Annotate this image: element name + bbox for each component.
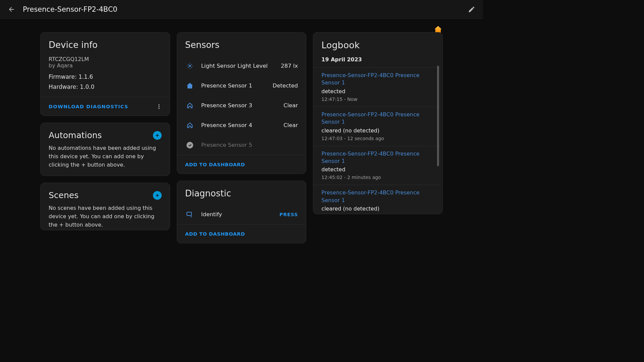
scenes-card: Scenes No scenes have been added using t… (40, 183, 170, 230)
firmware-version: Firmware: 1.1.6 (49, 73, 162, 80)
sensor-row[interactable]: Light Sensor Light Level287 lx (177, 56, 306, 76)
log-entry-state: cleared (no detected) (321, 127, 432, 134)
device-info-card: Device info RTCZCGQ12LM by Aqara Firmwar… (40, 32, 170, 116)
log-entry[interactable]: Presence-Sensor-FP2-4BC0 Presence Sensor… (313, 67, 440, 107)
svg-point-2 (158, 108, 159, 109)
log-entry-link[interactable]: Presence-Sensor-FP2-4BC0 Presence Sensor… (321, 72, 432, 87)
log-entry[interactable]: Presence-Sensor-FP2-4BC0 Presence Sensor… (313, 146, 440, 185)
sensor-row[interactable]: Presence Sensor 3Clear (177, 96, 306, 115)
check-circle-icon (185, 141, 195, 149)
log-entry-link[interactable]: Presence-Sensor-FP2-4BC0 Presence Sensor… (321, 111, 432, 126)
logbook-date: 19 April 2023 (313, 56, 440, 67)
log-entry-link[interactable]: Presence-Sensor-FP2-4BC0 Presence Sensor… (321, 150, 432, 165)
arrow-left-icon (8, 6, 15, 13)
scenes-title: Scenes (49, 190, 78, 200)
device-model: RTCZCGQ12LM (49, 56, 162, 62)
logbook-scroll[interactable]: 19 April 2023 Presence-Sensor-FP2-4BC0 P… (313, 56, 442, 214)
scroll-thumb[interactable] (437, 66, 439, 166)
device-manufacturer: by Aqara (49, 62, 162, 69)
download-diagnostics-button[interactable]: DOWNLOAD DIAGNOSTICS (49, 104, 128, 109)
device-info-title: Device info (49, 40, 162, 50)
automations-card: Automations No automations have been add… (40, 123, 170, 176)
diagnostic-identify-label: Identify (201, 211, 273, 218)
diagnostic-title: Diagnostic (185, 188, 298, 198)
home-solid-icon (185, 82, 195, 90)
edit-button[interactable] (464, 2, 479, 17)
svg-rect-4 (187, 212, 192, 216)
logbook-title: Logbook (321, 40, 434, 50)
svg-point-3 (186, 142, 193, 148)
device-info-menu-button[interactable] (152, 100, 166, 113)
sensor-label: Light Sensor Light Level (201, 63, 274, 69)
automations-empty-text: No automations have been added using thi… (49, 144, 162, 169)
svg-point-0 (158, 104, 159, 105)
logbook-scrollbar[interactable] (437, 66, 439, 213)
add-scene-button[interactable] (153, 191, 162, 200)
home-outline-icon (185, 102, 195, 110)
add-automation-button[interactable] (153, 131, 162, 140)
log-entry-time: 12:45:02 - 2 minutes ago (321, 175, 432, 180)
scenes-empty-text: No scenes have been added using this dev… (49, 204, 162, 229)
page-title: Presence-Sensor-FP2-4BC0 (23, 5, 117, 13)
diagnostic-card: Diagnostic Identify PRESS (177, 181, 307, 243)
identify-icon (186, 210, 194, 219)
diagnostic-add-dashboard-button[interactable]: ADD TO DASHBOARD (185, 231, 245, 237)
sensor-row[interactable]: Presence Sensor 4Clear (177, 115, 306, 135)
sensor-row[interactable]: Presence Sensor 5 (177, 135, 306, 155)
diagnostic-identify-row[interactable]: Identify PRESS (177, 204, 306, 224)
plus-icon (155, 133, 160, 138)
log-entry-time: 12:47:03 - 12 seconds ago (321, 136, 432, 141)
log-entry[interactable]: Presence-Sensor-FP2-4BC0 Presence Sensor… (313, 107, 440, 146)
hardware-version: Hardware: 1.0.0 (49, 83, 162, 90)
brightness-icon (185, 62, 195, 70)
sensor-value: Clear (283, 102, 298, 109)
sensors-add-dashboard-button[interactable]: ADD TO DASHBOARD (185, 162, 245, 167)
log-entry-link[interactable]: Presence-Sensor-FP2-4BC0 Presence Sensor… (321, 189, 432, 204)
log-entry-time: 12:47:15 - Now (321, 97, 432, 102)
sensors-card: Sensors Light Sensor Light Level287 lxPr… (177, 32, 307, 174)
identify-press-button[interactable]: PRESS (279, 212, 298, 217)
sensor-value: 287 lx (281, 63, 298, 69)
automations-title: Automations (49, 130, 102, 140)
pencil-icon (468, 6, 475, 13)
home-outline-icon (185, 121, 195, 129)
sensor-value: Detected (273, 82, 298, 89)
log-entry-state: detected (321, 166, 432, 173)
dots-vertical-icon (156, 104, 162, 110)
logbook-card: Logbook 19 April 2023 Presence-Sensor-FP… (313, 32, 443, 214)
plus-icon (155, 193, 160, 198)
sensor-label: Presence Sensor 1 (201, 82, 266, 89)
sensors-title: Sensors (185, 40, 298, 50)
log-entry-state: cleared (no detected) (321, 205, 432, 212)
back-button[interactable] (4, 2, 19, 17)
log-entry[interactable]: Presence-Sensor-FP2-4BC0 Presence Sensor… (313, 185, 440, 214)
sensor-label: Presence Sensor 4 (201, 122, 277, 128)
svg-point-1 (158, 106, 159, 107)
sensor-label: Presence Sensor 5 (201, 142, 291, 148)
log-entry-state: detected (321, 88, 432, 95)
top-bar: Presence-Sensor-FP2-4BC0 (0, 0, 483, 19)
sensor-row[interactable]: Presence Sensor 1Detected (177, 76, 306, 96)
sensor-label: Presence Sensor 3 (201, 102, 277, 109)
sensor-value: Clear (283, 122, 298, 128)
